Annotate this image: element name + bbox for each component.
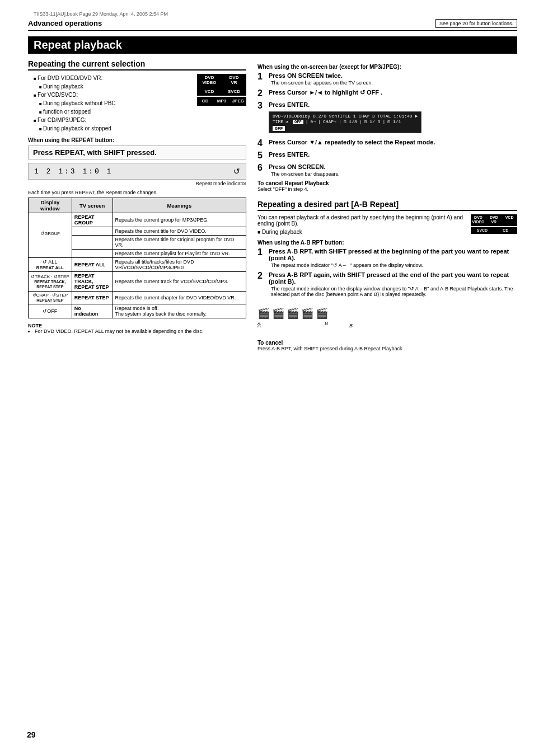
screen-bar-row2: TIME ↺ OFF | ⊙→ | CHAP→ | ⊡ 1/8 | ⊡ 1/ 3 [273,119,418,124]
screen-dolby: Dolby D. [297,114,318,119]
table-row: ↺ ALLREPEAT ALL REPEAT ALL Repeats all t… [29,258,246,272]
screen-cell-no: Noindication [72,304,113,318]
table-row: ↺TRACK · ↺STEPREPEAT TRACK,REPEAT STEP R… [29,272,246,292]
meaning-cell: Repeats the current chapter for DVD VIDE… [113,292,246,304]
current-selection-title: Repeating the current selection [28,59,246,71]
page-outer: TIIS33-11[AU].book Page 29 Monday, April… [0,0,534,756]
off-label-below: OFF [273,126,285,131]
screen-cell: REPEAT STEP [72,292,113,304]
see-page-box: See page 20 for button locations. [435,19,517,28]
step-2-content: Press Cursor ►/◄ to highlight ↺ OFF . [269,89,517,97]
table-row: ↺GROUP REPEAT GROUP Repeats the current … [29,213,246,227]
bullet-container: For DVD VIDEO/DVD VR: During playback Fo… [28,74,193,133]
display-window-mock: 1 2 1:3 1:0 1 ↺ [28,163,246,180]
time-label: TIME [273,119,283,124]
page-title: Repeat playback [28,36,517,54]
table-note: Each time you press REPEAT, the Repeat m… [28,190,246,195]
step-1-desc: The on-screen bar appears on the TV scre… [271,80,517,86]
label-b-text: B [349,323,353,328]
screen-cell: REPEAT ALL [72,258,113,272]
repeat-symbol: ↺ [233,167,240,176]
display-cell: ↺GROUP [29,213,72,258]
repeat-sym: ↺ [285,119,288,124]
ab-step-1-heading: Press A-B RPT, with SHIFT pressed at the… [269,248,517,261]
badge-cd: CD [197,97,213,106]
chap-info: ⊡ 1/ 3 [364,119,381,124]
step-4-heading: Press Cursor ▼/▲ repeatedly to select th… [269,139,517,145]
ab-step-2: 2 Press A-B RPT again, with SHIFT presse… [257,271,517,297]
display-cell-chap: ↺CHAP · ↺STEPREPEAT STEP [29,292,72,304]
ab-intro-row: You can repeat playback of a desired par… [257,214,517,235]
ab-intro-text: You can repeat playback of a desired par… [257,214,463,227]
track-info: ⊡ 1/8 [344,119,357,124]
step-2-heading: Press Cursor ►/◄ to highlight ↺ OFF . [269,89,517,96]
screen-dvd-label: DVD-VIDEO [273,114,297,119]
repeat-indicator-label: Repeat mode indicator [28,181,246,186]
bullet-icon: ■ [257,229,262,235]
step-3-heading: Press ENTER. [269,101,517,108]
step-5-content: Press ENTER. [269,151,517,159]
screen-cell [72,250,113,258]
step-4-num: 4 [257,139,266,148]
shift-press-text: Press REPEAT, with SHIFT pressed. [33,148,157,157]
badge-ab-vcd: VCD [502,214,517,226]
ab-step-2-desc: The repeat mode indicator on the display… [271,286,517,297]
step-3-num: 3 [257,101,266,110]
display-cell-track: ↺TRACK · ↺STEPREPEAT TRACK,REPEAT STEP [29,272,72,292]
when-ab-label: When using the A-B RPT button: [257,240,517,246]
step-2-num: 2 [257,89,266,98]
display-cell-all: ↺ ALLREPEAT ALL [29,258,72,272]
ab-step-2-content: Press A-B RPT again, with SHIFT pressed … [269,271,517,297]
meaning-cell: Repeats the current playlist for Playlis… [113,250,246,258]
ab-badge-row1: DVDVIDEO DVDVR VCD [471,214,517,226]
left-column: Repeating the current selection For DVD … [28,59,246,351]
page-number: 29 [27,730,36,739]
ab-step-1-content: Press A-B RPT, with SHIFT pressed at the… [269,248,517,268]
note-item: For DVD VIDEO, REPEAT ALL may not be ava… [35,328,246,334]
step-6-content: Press ON SCREEN. The on-screen bar disap… [269,163,517,177]
time-info: ⊡ 1/1 [387,119,401,124]
step-1: 1 Press ON SCREEN twice. The on-screen b… [257,72,517,86]
table-row: ↺OFF Noindication Repeat mode is off.The… [29,304,246,318]
badge-ab-svcd: SVCD [471,227,494,234]
screen-bar-row1: DVD-VIDEO Dolby D. 2/0 9ch TITLE 1 CHAP … [273,114,418,119]
ab-labels: A B [257,323,353,328]
note-title: NOTE [28,323,246,328]
cancel-desc: Select "OFF" in step 4. [257,186,517,192]
right-column: When using the on-screen bar (except for… [257,59,517,351]
bullet-list: For DVD VIDEO/DVD VR: During playback Fo… [34,74,193,133]
step-3: 3 Press ENTER. DVD-VIDEO Dolby D. 2/0 9c… [257,101,517,135]
badge-jpeg: JPEG [230,97,246,106]
screen-title: TITLE 1 CHAP 3 TOTAL 1:01:40 ► [337,114,418,119]
sep2: | [318,119,321,124]
meaning-cell: Repeats the current title for DVD VIDEO. [113,227,246,236]
badge-grid-bottom: CD MP3 JPEG [197,97,246,106]
ab-during-text: During playback [262,229,302,235]
display-text: 1 2 1:3 1:0 1 [34,167,113,176]
screen-bar: DVD-VIDEO Dolby D. 2/0 9ch TITLE 1 CHAP … [269,111,421,133]
screen-cell [72,236,113,250]
label-b: B [325,321,328,326]
meaning-cell: Repeats the current group for MP3/JPEG. [113,213,246,227]
frame-2: 🎬 [272,307,284,320]
frame-3: 🎬 [287,307,299,320]
sep3: | [339,119,341,124]
file-meta: TIIS33-11[AU].book Page 29 Monday, April… [34,11,517,17]
sep4: | [359,119,362,124]
ab-badge-row2: SVCD CD [471,227,517,234]
badge-ab-cd: CD [494,227,517,234]
table-row: ↺CHAP · ↺STEPREPEAT STEP REPEAT STEP Rep… [29,292,246,304]
ab-during: ■ During playback [257,229,466,235]
film-strip-container: 🎬A 🎬 🎬 🎬 🎬B A B [257,305,517,328]
note-list: For DVD VIDEO, REPEAT ALL may not be ava… [35,328,246,334]
bullet-item: For VCD/SVCD: [34,91,193,99]
step-5: 5 Press ENTER. [257,151,517,160]
col-display: Displaywindow [29,198,72,213]
frame-5: 🎬B [316,307,328,320]
step-4-content: Press Cursor ▼/▲ repeatedly to select th… [269,139,517,147]
col-meaning: Meanings [113,198,246,213]
bullet-item: For CD/MP3/JPEG: [34,116,193,124]
to-cancel-desc: Press A-B RPT, with SHIFT pressed during… [257,346,517,351]
step-6-desc: The on-screen bar disappears. [271,171,517,177]
step-5-heading: Press ENTER. [269,151,517,158]
